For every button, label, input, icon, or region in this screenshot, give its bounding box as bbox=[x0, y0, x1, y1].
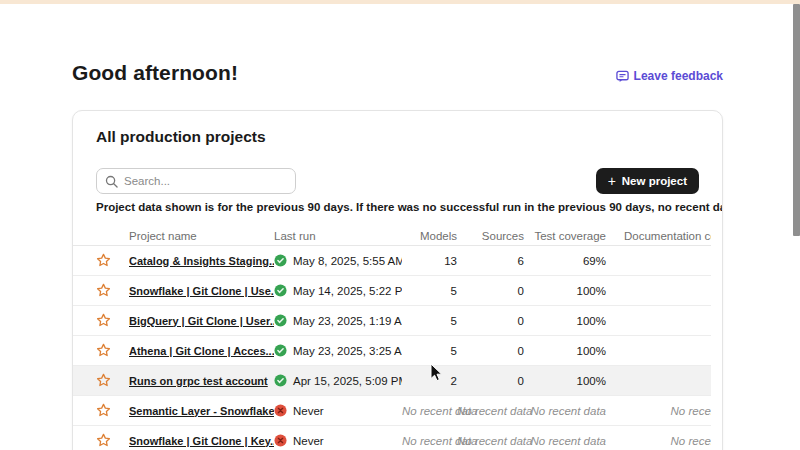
last-run-value: May 23, 2025, 3:25 AM BST bbox=[293, 345, 402, 357]
last-run-value: May 23, 2025, 1:19 AM BST bbox=[293, 315, 402, 327]
favorite-cell bbox=[73, 433, 129, 448]
table-row[interactable]: Runs on grpc test account Apr 15, 2025, … bbox=[73, 366, 711, 396]
favorite-cell bbox=[73, 343, 129, 358]
star-icon[interactable] bbox=[96, 403, 111, 418]
documentation-coverage-cell: No recent data bbox=[606, 405, 711, 417]
last-run-value: Never bbox=[293, 435, 324, 447]
test-coverage-cell: 69% bbox=[524, 255, 606, 267]
top-accent-bar bbox=[0, 0, 800, 4]
project-name-cell: Runs on grpc test account bbox=[129, 375, 274, 387]
sources-cell: 6 bbox=[457, 255, 524, 267]
column-header-last-run: Last run bbox=[274, 230, 402, 242]
models-cell: 5 bbox=[402, 345, 457, 357]
project-name-link[interactable]: Athena | Git Clone | Acces... bbox=[129, 345, 274, 357]
search-box[interactable] bbox=[96, 168, 296, 194]
models-cell: No recent data bbox=[402, 405, 457, 417]
test-coverage-cell: 100% bbox=[524, 285, 606, 297]
plus-icon: + bbox=[608, 174, 616, 188]
table-row[interactable]: BigQuery | Git Clone | User... May 23, 2… bbox=[73, 306, 711, 336]
column-header-project-name: Project name bbox=[129, 230, 274, 242]
project-name-cell: BigQuery | Git Clone | User... bbox=[129, 315, 274, 327]
table-header-row: Project name Last run Models Sources Tes… bbox=[73, 226, 711, 246]
test-coverage-cell: No recent data bbox=[524, 405, 606, 417]
page-title: Good afternoon! bbox=[72, 61, 238, 85]
table-row[interactable]: Snowflake | Git Clone | Use... May 14, 2… bbox=[73, 276, 711, 306]
last-run-cell: Apr 15, 2025, 5:09 PM BST bbox=[274, 374, 402, 387]
last-run-cell: May 8, 2025, 5:55 AM BST bbox=[274, 254, 402, 267]
leave-feedback-link[interactable]: Leave feedback bbox=[616, 69, 723, 83]
check-circle-icon bbox=[274, 314, 287, 327]
leave-feedback-label: Leave feedback bbox=[634, 69, 723, 83]
last-run-cell: May 14, 2025, 5:22 PM BST bbox=[274, 284, 402, 297]
magnifier-icon bbox=[105, 175, 118, 188]
projects-panel: All production projects + New project Pr… bbox=[72, 110, 723, 450]
project-name-link[interactable]: Runs on grpc test account bbox=[129, 375, 268, 387]
dashboard-page: Good afternoon! Leave feedback All produ… bbox=[72, 57, 723, 450]
x-circle-icon bbox=[274, 404, 287, 417]
models-cell: 5 bbox=[402, 285, 457, 297]
x-circle-icon bbox=[274, 434, 287, 447]
project-name-cell: Athena | Git Clone | Acces... bbox=[129, 345, 274, 357]
sources-cell: No recent data bbox=[457, 435, 524, 447]
sources-cell: 0 bbox=[457, 345, 524, 357]
check-circle-icon bbox=[274, 284, 287, 297]
chat-bubble-icon bbox=[616, 70, 629, 83]
star-icon[interactable] bbox=[96, 433, 111, 448]
last-run-cell: Never bbox=[274, 404, 402, 417]
project-name-link[interactable]: Catalog & Insights Staging... bbox=[129, 255, 274, 267]
favorite-cell bbox=[73, 403, 129, 418]
star-icon[interactable] bbox=[96, 283, 111, 298]
column-header-test-coverage: Test coverage bbox=[524, 230, 606, 242]
test-coverage-cell: 100% bbox=[524, 345, 606, 357]
page-header: Good afternoon! Leave feedback bbox=[72, 57, 723, 85]
star-icon[interactable] bbox=[96, 343, 111, 358]
sources-cell: 0 bbox=[457, 375, 524, 387]
check-circle-icon bbox=[274, 344, 287, 357]
table-row[interactable]: Snowflake | Git Clone | Key... Never No … bbox=[73, 426, 711, 450]
check-circle-icon bbox=[274, 254, 287, 267]
search-input[interactable] bbox=[124, 175, 274, 187]
last-run-value: Never bbox=[293, 405, 324, 417]
check-circle-icon bbox=[274, 374, 287, 387]
models-cell: 2 bbox=[402, 375, 457, 387]
project-name-cell: Snowflake | Git Clone | Use... bbox=[129, 285, 274, 297]
new-project-button[interactable]: + New project bbox=[596, 168, 699, 194]
project-name-link[interactable]: Snowflake | Git Clone | Use... bbox=[129, 285, 274, 297]
last-run-value: May 8, 2025, 5:55 AM BST bbox=[293, 255, 402, 267]
last-run-cell: Never bbox=[274, 434, 402, 447]
star-icon[interactable] bbox=[96, 253, 111, 268]
favorite-cell bbox=[73, 283, 129, 298]
data-range-notice: Project data shown is for the previous 9… bbox=[96, 200, 699, 214]
scrollbar-thumb[interactable] bbox=[793, 4, 800, 236]
favorite-cell bbox=[73, 373, 129, 388]
star-icon[interactable] bbox=[96, 373, 111, 388]
table-body: Catalog & Insights Staging... May 8, 202… bbox=[73, 246, 711, 450]
last-run-value: Apr 15, 2025, 5:09 PM BST bbox=[293, 375, 402, 387]
sources-cell: No recent data bbox=[457, 405, 524, 417]
documentation-coverage-cell: No recent data bbox=[606, 435, 711, 447]
last-run-value: May 14, 2025, 5:22 PM BST bbox=[293, 285, 402, 297]
favorite-cell bbox=[73, 313, 129, 328]
table-row[interactable]: Athena | Git Clone | Acces... May 23, 20… bbox=[73, 336, 711, 366]
test-coverage-cell: 100% bbox=[524, 315, 606, 327]
panel-toolbar: + New project bbox=[96, 168, 699, 194]
panel-title: All production projects bbox=[96, 128, 722, 146]
column-header-documentation-coverage: Documentation coverage bbox=[606, 230, 711, 242]
table-row[interactable]: Catalog & Insights Staging... May 8, 202… bbox=[73, 246, 711, 276]
column-header-models: Models bbox=[402, 230, 457, 242]
project-name-link[interactable]: Snowflake | Git Clone | Key... bbox=[129, 435, 274, 447]
column-header-sources: Sources bbox=[457, 230, 524, 242]
last-run-cell: May 23, 2025, 3:25 AM BST bbox=[274, 344, 402, 357]
star-icon[interactable] bbox=[96, 313, 111, 328]
models-cell: No recent data bbox=[402, 435, 457, 447]
test-coverage-cell: No recent data bbox=[524, 435, 606, 447]
projects-table: Project name Last run Models Sources Tes… bbox=[73, 226, 711, 450]
sources-cell: 0 bbox=[457, 285, 524, 297]
project-name-link[interactable]: BigQuery | Git Clone | User... bbox=[129, 315, 274, 327]
project-name-link[interactable]: Semantic Layer - Snowflake bbox=[129, 405, 274, 417]
project-name-cell: Catalog & Insights Staging... bbox=[129, 255, 274, 267]
new-project-label: New project bbox=[622, 175, 687, 187]
table-row[interactable]: Semantic Layer - Snowflake Never No rece… bbox=[73, 396, 711, 426]
models-cell: 13 bbox=[402, 255, 457, 267]
test-coverage-cell: 100% bbox=[524, 375, 606, 387]
